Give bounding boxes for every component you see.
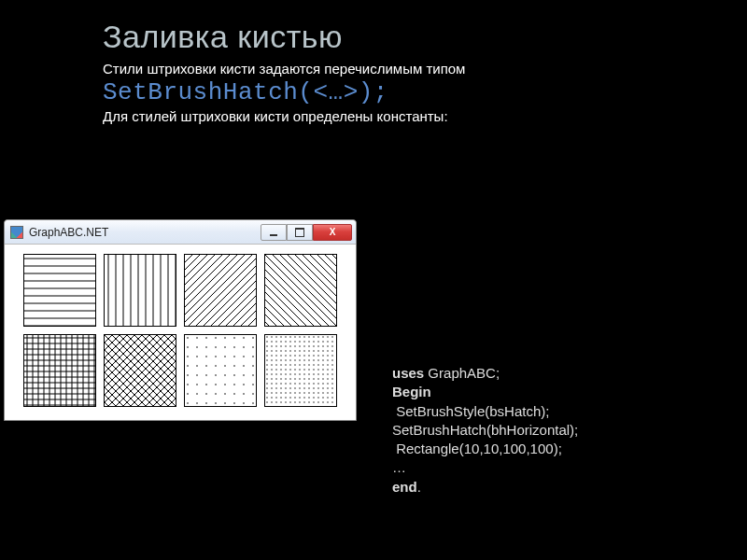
window-titlebar[interactable]: GraphABC.NET X	[5, 220, 356, 245]
hatch-grid	[5, 245, 356, 420]
slide-title: Заливка кистью	[103, 19, 719, 55]
subheading-1: Стили штриховки кисти задаются перечисли…	[103, 61, 719, 77]
code-text: .	[417, 479, 421, 495]
code-text: GraphABC;	[424, 365, 500, 381]
window-close-button[interactable]: X	[313, 224, 352, 241]
subheading-2: Для стилей штриховки кисти определены ко…	[103, 108, 719, 124]
keyword-end: end	[392, 479, 417, 495]
hatch-vertical	[104, 254, 176, 327]
keyword-uses: uses	[392, 365, 424, 381]
hatch-dense-dot	[264, 334, 337, 407]
hatch-forward-diagonal	[184, 254, 257, 327]
svg-rect-0	[24, 255, 95, 326]
keyword-begin: Begin	[392, 384, 431, 399]
window-title: GraphABC.NET	[29, 226, 108, 239]
window-maximize-button[interactable]	[287, 224, 313, 241]
hatch-cross	[23, 334, 96, 407]
app-icon	[10, 226, 23, 239]
inline-code: SetBrushHatch(<…>);	[103, 78, 719, 106]
code-line-2: Begin	[392, 383, 693, 401]
code-block: uses GraphABC; Begin SetBrushStyle(bsHat…	[392, 364, 693, 497]
window-buttons: X	[261, 224, 352, 241]
svg-rect-1	[105, 255, 176, 326]
hatch-horizontal	[23, 254, 96, 327]
code-line-5: SetBrushHatch(bhHorizontal);	[392, 421, 693, 440]
svg-rect-2	[185, 255, 256, 326]
svg-rect-9	[265, 335, 336, 406]
code-line-8: end.	[392, 478, 693, 497]
hatch-diagonal-cross	[104, 334, 176, 407]
hatch-sparse-dot	[184, 334, 257, 407]
window-minimize-button[interactable]	[261, 224, 287, 241]
code-line-1: uses GraphABC;	[392, 364, 693, 383]
svg-rect-3	[265, 255, 336, 326]
svg-rect-4	[24, 335, 95, 406]
hatch-backward-diagonal	[264, 254, 337, 327]
code-line-6: Rectangle(10,10,100,100);	[392, 440, 693, 458]
svg-rect-7	[185, 335, 256, 406]
code-line-3: SetBrushStyle(bsHatch);	[392, 402, 693, 421]
code-line-7: …	[392, 458, 693, 477]
svg-rect-5	[105, 335, 176, 406]
demo-window: GraphABC.NET X	[4, 219, 357, 421]
